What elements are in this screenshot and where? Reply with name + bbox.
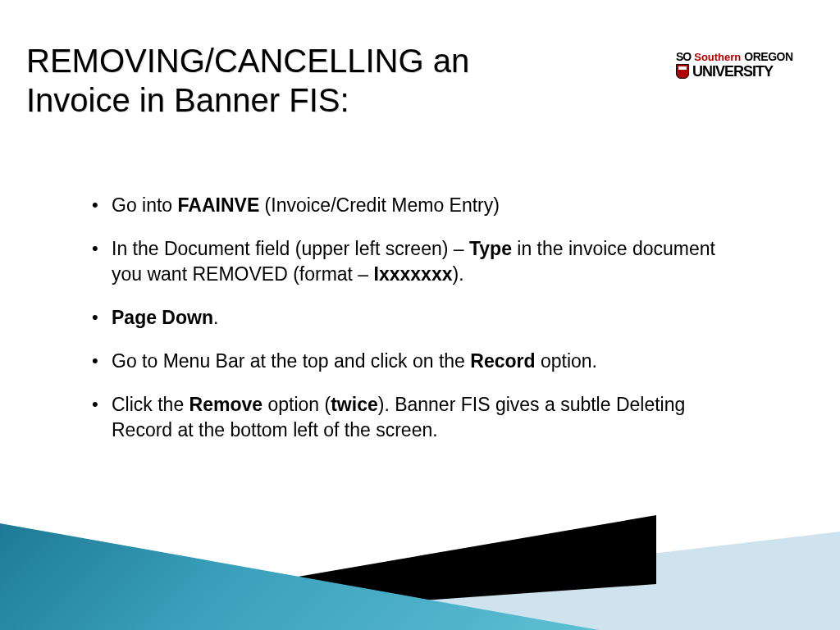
bold-text: Remove <box>189 394 262 415</box>
bullet-list: Go into FAAINVE (Invoice/Credit Memo Ent… <box>90 193 746 461</box>
logo-southern-text: Southern <box>694 52 741 62</box>
bold-text: Page Down <box>112 307 213 328</box>
body-text: option ( <box>262 394 331 415</box>
slide: REMOVING/CANCELLING an Invoice in Banner… <box>0 0 840 630</box>
list-item: In the Document field (upper left screen… <box>90 236 746 287</box>
body-text: ). <box>452 263 463 285</box>
logo-university-text: UNIVERSITY <box>692 64 773 79</box>
body-text: option. <box>536 350 597 372</box>
list-item: Click the Remove option (twice). Banner … <box>90 392 746 443</box>
logo-so-text: SO <box>676 51 691 62</box>
list-item: Go to Menu Bar at the top and click on t… <box>90 349 746 374</box>
bold-text: Record <box>470 350 535 372</box>
university-logo: SO Southern OREGON UNIVERSITY <box>676 51 815 79</box>
list-item: Page Down. <box>90 305 746 331</box>
slide-title: REMOVING/CANCELLING an Invoice in Banner… <box>26 41 535 120</box>
logo-top-line: SO Southern OREGON <box>676 51 815 62</box>
list-item: Go into FAAINVE (Invoice/Credit Memo Ent… <box>90 193 746 218</box>
body-text: Click the <box>112 394 189 415</box>
bold-text: Type <box>469 238 512 259</box>
bold-text: Ixxxxxxx <box>374 263 453 285</box>
body-text: Go to Menu Bar at the top and click on t… <box>112 350 470 372</box>
body-text: . <box>213 307 218 328</box>
bold-text: FAAINVE <box>178 194 260 216</box>
logo-bottom-line: UNIVERSITY <box>676 64 815 79</box>
body-text: Go into <box>112 194 178 216</box>
body-text: (Invoice/Credit Memo Entry) <box>259 194 500 216</box>
logo-oregon-text: OREGON <box>744 51 792 62</box>
body-text: In the Document field (upper left screen… <box>112 238 469 259</box>
shield-icon <box>676 64 689 79</box>
bold-text: twice <box>331 394 378 415</box>
